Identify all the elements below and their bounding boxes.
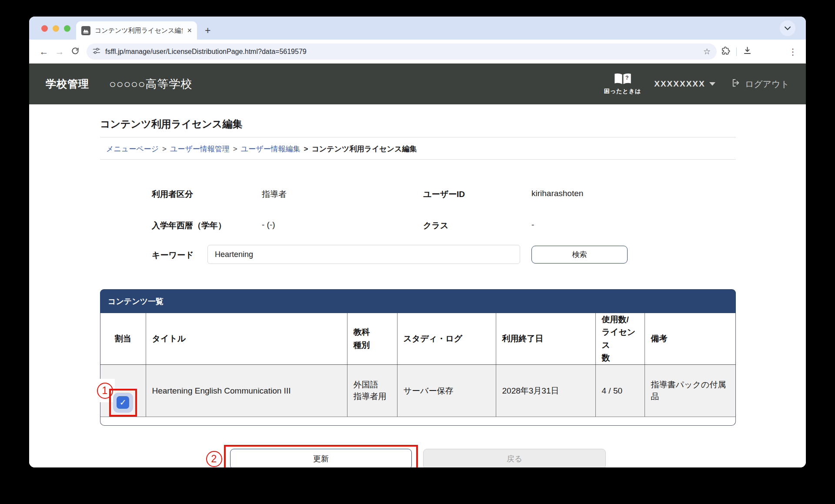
extensions-puzzle-icon[interactable] bbox=[721, 46, 730, 57]
keyword-label: キーワード bbox=[152, 250, 194, 261]
svg-text:?: ? bbox=[625, 75, 628, 81]
tab-search-chevron-icon[interactable] bbox=[780, 20, 795, 36]
reload-icon[interactable] bbox=[67, 47, 83, 57]
school-name: ○○○○○高等学校 bbox=[109, 77, 193, 92]
window-controls bbox=[41, 25, 70, 32]
breadcrumb-user-info-edit[interactable]: ユーザー情報編集 bbox=[241, 145, 301, 153]
annotation-highlight-box: 2 更新 bbox=[224, 445, 418, 467]
assign-checkbox[interactable]: ✓ bbox=[117, 396, 129, 409]
site-settings-icon[interactable] bbox=[93, 47, 100, 57]
keyword-input[interactable] bbox=[207, 245, 520, 264]
back-icon[interactable]: ← bbox=[36, 47, 52, 56]
close-tab-icon[interactable]: × bbox=[187, 27, 192, 34]
annotation-step-2: 2 bbox=[204, 447, 224, 467]
back-button[interactable]: 戻る bbox=[423, 449, 606, 467]
col-subject-type: 教科 種別 bbox=[347, 313, 397, 364]
fullscreen-window-button[interactable] bbox=[64, 25, 70, 32]
breadcrumb-separator: > bbox=[233, 145, 237, 153]
assign-cell: 1 ✓ bbox=[100, 364, 146, 417]
col-end-date: 利用終了日 bbox=[496, 313, 595, 364]
annotation-highlight-box: ✓ bbox=[109, 389, 137, 417]
url-bar[interactable]: fsffl.jp/manage/user/LicenseDistribution… bbox=[87, 43, 717, 60]
study-log-cell: サーバー保存 bbox=[397, 364, 496, 417]
note-cell: 指導書パックの付属品 bbox=[645, 364, 735, 417]
col-title: タイトル bbox=[146, 313, 347, 364]
title-cell: Heartening English Communication III bbox=[146, 364, 347, 417]
app-title: 学校管理 bbox=[46, 77, 89, 91]
active-tab[interactable]: コンテンツ利用ライセンス編集 × bbox=[76, 21, 197, 40]
page-content: コンテンツ利用ライセンス編集 メニューページ>ユーザー情報管理>ユーザー情報編集… bbox=[29, 104, 806, 467]
breadcrumb-current: コンテンツ利用ライセンス編集 bbox=[311, 145, 417, 153]
action-buttons: 2 更新 戻る bbox=[224, 445, 736, 467]
update-button[interactable]: 更新 bbox=[230, 449, 412, 467]
tab-title: コンテンツ利用ライセンス編集 bbox=[95, 27, 183, 35]
content-list-caption: コンテンツ一覧 bbox=[100, 289, 736, 313]
downloads-icon[interactable] bbox=[743, 46, 752, 57]
minimize-window-button[interactable] bbox=[53, 25, 59, 32]
help-link[interactable]: ? 困ったときは bbox=[604, 73, 641, 95]
url-text[interactable]: fsffl.jp/manage/user/LicenseDistribution… bbox=[105, 48, 698, 56]
breadcrumb-menu-page[interactable]: メニューページ bbox=[106, 145, 159, 153]
divider bbox=[100, 159, 736, 160]
logout-button[interactable]: ログアウト bbox=[731, 78, 789, 90]
breadcrumb: メニューページ>ユーザー情報管理>ユーザー情報編集>コンテンツ利用ライセンス編集 bbox=[106, 144, 736, 153]
search-button[interactable]: 検索 bbox=[531, 246, 628, 264]
browser-menu-icon[interactable]: ⋮ bbox=[788, 47, 797, 57]
page-title: コンテンツ利用ライセンス編集 bbox=[100, 104, 736, 131]
table-row: 1 ✓ Heartening English Communication III bbox=[100, 364, 735, 417]
col-usage-licenses: 使用数/ ライセンス 数 bbox=[595, 313, 645, 364]
forward-icon[interactable]: → bbox=[52, 47, 67, 56]
site-favicon-icon bbox=[81, 26, 90, 35]
logout-label: ログアウト bbox=[745, 78, 789, 90]
class-label: クラス bbox=[423, 220, 448, 231]
class-value: - bbox=[531, 220, 534, 230]
browser-window: コンテンツ利用ライセンス編集 × + ← → fsffl.jp/manage/u… bbox=[29, 17, 806, 467]
help-book-icon: ? bbox=[613, 73, 633, 87]
usage-cell: 4 / 50 bbox=[595, 364, 645, 417]
tab-strip: コンテンツ利用ライセンス編集 × + bbox=[29, 17, 806, 40]
table-header-row: 割当 タイトル 教科 種別 スタディ・ログ 利用終了日 使用数/ ライセンス 数… bbox=[100, 313, 735, 364]
caret-down-icon bbox=[709, 82, 715, 86]
user-info-form: 利用者区分 指導者 ユーザーID kiriharashoten 入学年西暦（学年… bbox=[100, 187, 736, 265]
new-tab-button[interactable]: + bbox=[205, 26, 210, 36]
user-id-label: ユーザーID bbox=[423, 189, 465, 200]
divider bbox=[100, 137, 736, 137]
user-type-value: 指導者 bbox=[262, 189, 287, 200]
checkbox-focus-ring: ✓ bbox=[113, 393, 133, 413]
bookmark-star-icon[interactable]: ☆ bbox=[703, 47, 711, 57]
user-type-label: 利用者区分 bbox=[152, 189, 193, 200]
col-assign: 割当 bbox=[100, 313, 146, 364]
close-window-button[interactable] bbox=[41, 25, 48, 32]
user-menu[interactable]: XXXXXXXX bbox=[654, 79, 715, 89]
end-date-cell: 2028年3月31日 bbox=[496, 364, 595, 417]
entry-year-label: 入学年西暦（学年） bbox=[152, 220, 226, 231]
subject-type-cell: 外国語 指導者用 bbox=[347, 364, 397, 417]
entry-year-value: - (-) bbox=[262, 220, 275, 230]
breadcrumb-separator: > bbox=[304, 145, 308, 153]
toolbar-actions: ⋮ bbox=[721, 46, 799, 57]
user-id-value: kiriharashoten bbox=[531, 189, 583, 198]
app-header: 学校管理 ○○○○○高等学校 ? 困ったときは XXXXXXXX ログアウト bbox=[29, 63, 806, 104]
browser-toolbar: ← → fsffl.jp/manage/user/LicenseDistribu… bbox=[29, 40, 806, 63]
col-note: 備考 bbox=[645, 313, 735, 364]
toolbar-divider bbox=[736, 47, 737, 56]
annotation-circle-2: 2 bbox=[206, 451, 222, 467]
breadcrumb-separator: > bbox=[162, 145, 167, 153]
content-list-panel: コンテンツ一覧 割当 タイトル 教科 種別 スタディ・ログ 利 bbox=[100, 289, 736, 426]
logout-icon bbox=[731, 78, 741, 90]
username: XXXXXXXX bbox=[654, 79, 705, 89]
col-study-log: スタディ・ログ bbox=[397, 313, 496, 364]
help-label: 困ったときは bbox=[604, 87, 641, 95]
content-table: 割当 タイトル 教科 種別 スタディ・ログ 利用終了日 使用数/ ライセンス 数… bbox=[100, 313, 735, 417]
breadcrumb-user-info-management[interactable]: ユーザー情報管理 bbox=[170, 145, 230, 153]
